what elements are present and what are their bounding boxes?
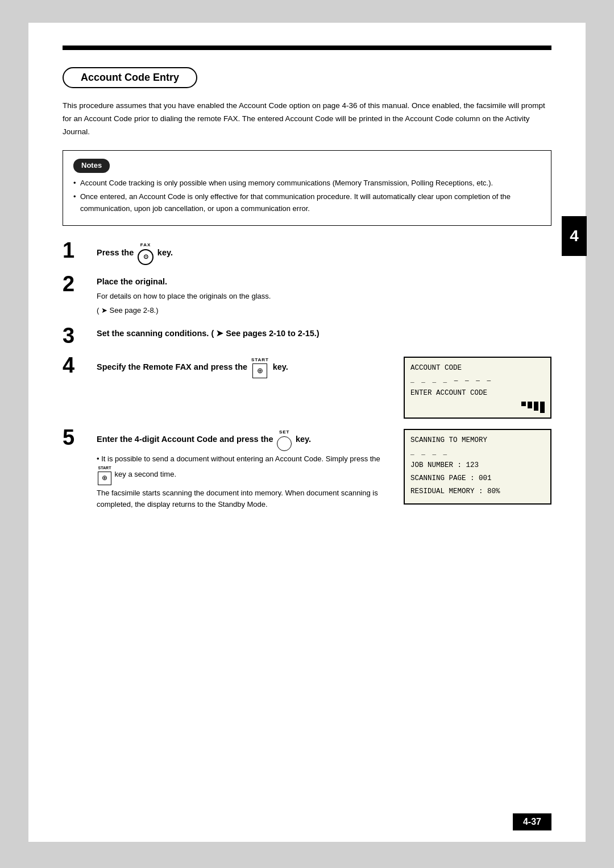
- step-4-text: Specify the Remote FAX and press the STA…: [97, 357, 392, 379]
- lcd-bar-3: [534, 402, 538, 411]
- step-1: 1 Press the FAX ⊙ key.: [63, 242, 551, 265]
- step-2-sub1: For details on how to place the original…: [97, 291, 551, 303]
- step-2-content: Place the original. For details on how t…: [97, 275, 551, 317]
- intro-paragraph: This procedure assumes that you have ena…: [63, 100, 551, 139]
- step-5-bold: Enter the 4-digit Account Code and press…: [97, 435, 273, 444]
- lcd5-text-4: RESIDUAL MEMORY : 80%: [410, 486, 500, 498]
- step-5-text: Enter the 4-digit Account Code and press…: [97, 429, 392, 511]
- lcd5-line-3: SCANNING PAGE : 001: [410, 473, 545, 485]
- lcd-dashes: _ _ _ _ — — — —: [410, 375, 492, 386]
- step-4-content: Specify the Remote FAX and press the STA…: [97, 357, 551, 419]
- notes-item-1: Account Code tracking is only possible w…: [73, 177, 541, 189]
- set-circle-icon: [277, 436, 292, 451]
- page-number: 4-37: [513, 813, 551, 830]
- lcd5-text-3: SCANNING PAGE : 001: [410, 473, 492, 485]
- step-2-sub2: ( ➤ See page 2-8.): [97, 305, 551, 317]
- step-1-content: Press the FAX ⊙ key.: [97, 242, 551, 265]
- step-3-content: Set the scanning conditions. ( ➤ See pag…: [97, 327, 551, 340]
- top-bar: [63, 46, 551, 50]
- section-title: Account Code Entry: [63, 67, 197, 88]
- step-5-tail: key.: [296, 435, 311, 444]
- lcd5-dashes: _ _ _ _: [410, 448, 449, 458]
- step-1-tail: key.: [157, 248, 173, 257]
- section-tab: 4: [562, 216, 587, 256]
- lcd-bar-4: [540, 402, 545, 413]
- step-2-number: 2: [63, 273, 91, 295]
- step-4-tail: key.: [273, 362, 288, 371]
- lcd5-line-1: SCANNING TO MEMORY: [410, 435, 545, 447]
- step-5-sub2: The facsimile starts scanning the docume…: [97, 487, 392, 511]
- fax-label: FAX: [140, 242, 151, 249]
- fax-circle-icon: ⊙: [138, 249, 154, 265]
- start-key: START ⊕: [251, 357, 269, 379]
- step-5: 5 Enter the 4-digit Account Code and pre…: [63, 429, 551, 511]
- notes-box: Notes Account Code tracking is only poss…: [63, 150, 551, 226]
- step-4-number: 4: [63, 354, 91, 376]
- lcd5-text-2: JOB NUMBER : 123: [410, 460, 479, 472]
- step-4: 4 Specify the Remote FAX and press the S…: [63, 357, 551, 419]
- lcd-bar-1: [521, 402, 526, 406]
- fax-key: FAX ⊙: [138, 242, 154, 265]
- step-2-bold: Place the original.: [97, 277, 167, 286]
- lcd-display-5: SCANNING TO MEMORY _ _ _ _ JOB NUMBER : …: [404, 429, 551, 505]
- lcd-line-1: ACCOUNT CODE: [410, 362, 545, 374]
- step-1-number: 1: [63, 239, 91, 261]
- step-1-bold: Press the: [97, 248, 134, 257]
- lcd5-line-dashes: _ _ _ _: [410, 448, 545, 458]
- inline-start-key: START ⊕: [98, 465, 111, 485]
- inline-start-label: START: [98, 465, 111, 471]
- step-3-bold: Set the scanning conditions. ( ➤ See pag…: [97, 329, 320, 338]
- notes-list: Account Code tracking is only possible w…: [73, 177, 541, 215]
- title-text: Account Code Entry: [81, 72, 179, 83]
- step-5-number: 5: [63, 427, 91, 448]
- start-label: START: [251, 357, 269, 364]
- step-2: 2 Place the original. For details on how…: [63, 275, 551, 317]
- set-label: SET: [279, 429, 290, 436]
- step-5-sub1: • It is possible to send a document with…: [97, 453, 392, 485]
- lcd-text-3: ENTER ACCOUNT CODE: [410, 387, 487, 399]
- steps-area: 1 Press the FAX ⊙ key. 2 Place the origi…: [63, 242, 551, 511]
- lcd5-line-2: JOB NUMBER : 123: [410, 460, 545, 472]
- step-4-bold: Specify the Remote FAX and press the: [97, 362, 247, 371]
- lcd-display-4: ACCOUNT CODE _ _ _ _ — — — — ENTER ACCOU…: [404, 357, 551, 419]
- lcd-bar-2: [528, 402, 532, 408]
- notes-item-2: Once entered, an Account Code is only ef…: [73, 191, 541, 215]
- lcd-text-1: ACCOUNT CODE: [410, 362, 462, 374]
- step-5-row: Enter the 4-digit Account Code and press…: [97, 429, 551, 511]
- start-square-icon: ⊕: [252, 363, 267, 378]
- lcd-line-3: ENTER ACCOUNT CODE: [410, 387, 545, 399]
- step-3-number: 3: [63, 325, 91, 346]
- page: Account Code Entry This procedure assume…: [28, 23, 586, 842]
- step-4-row: Specify the Remote FAX and press the STA…: [97, 357, 551, 419]
- step-3: 3 Set the scanning conditions. ( ➤ See p…: [63, 327, 551, 346]
- notes-badge: Notes: [73, 159, 110, 173]
- inline-start-box: ⊕: [98, 472, 111, 485]
- lcd5-line-4: RESIDUAL MEMORY : 80%: [410, 486, 545, 498]
- set-key: SET: [277, 429, 292, 451]
- step-5-content: Enter the 4-digit Account Code and press…: [97, 429, 551, 511]
- lcd-line-2: _ _ _ _ — — — —: [410, 375, 545, 386]
- lcd5-text-1: SCANNING TO MEMORY: [410, 435, 487, 447]
- lcd-bars: [410, 402, 545, 413]
